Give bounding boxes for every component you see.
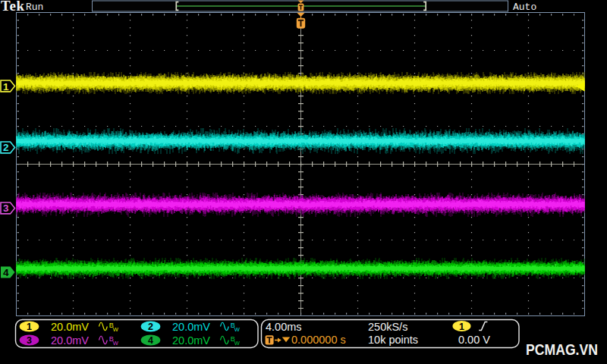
svg-text:250kS/s: 250kS/s [368,321,407,333]
svg-text:4: 4 [148,335,153,346]
svg-text:Run: Run [26,2,43,13]
svg-text:20.0mV: 20.0mV [172,321,210,333]
svg-text:Auto: Auto [513,2,536,13]
svg-text:3: 3 [3,202,9,214]
svg-text:4.00ms: 4.00ms [266,321,302,333]
svg-text:10k points: 10k points [368,334,418,346]
svg-text:3: 3 [27,335,32,346]
svg-text:W: W [234,326,241,333]
svg-text:0.000000 s: 0.000000 s [291,334,346,346]
svg-text:2: 2 [148,322,153,332]
svg-text:W: W [113,340,119,347]
svg-text:PCMAG.VN: PCMAG.VN [526,341,598,358]
svg-text:Tek: Tek [1,0,24,14]
svg-text:4: 4 [3,267,9,278]
svg-text:1: 1 [27,322,32,332]
svg-text:0.00 V: 0.00 V [458,334,490,346]
svg-text:20.0mV: 20.0mV [172,334,210,347]
svg-text:20.0mV: 20.0mV [51,321,89,333]
svg-text:20.0mV: 20.0mV [51,334,89,347]
svg-text:1: 1 [459,322,464,332]
svg-text:1: 1 [3,81,9,93]
svg-text:W: W [113,326,119,333]
svg-text:2: 2 [3,142,9,153]
svg-text:W: W [234,340,241,347]
